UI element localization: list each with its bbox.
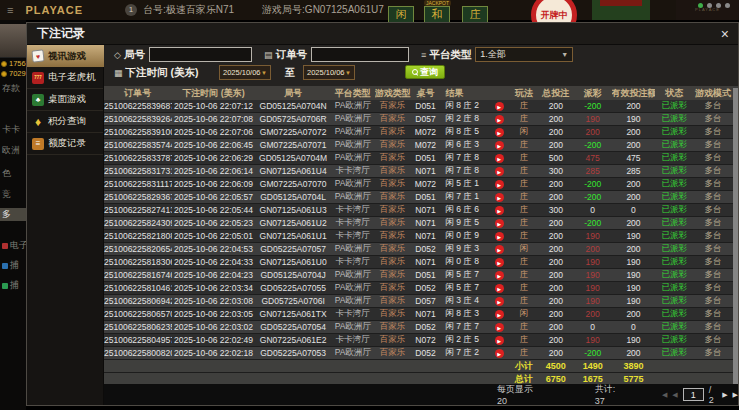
cell-table: D051 (411, 101, 441, 111)
replay-button[interactable]: ▶ (495, 193, 504, 202)
last-page-icon[interactable]: ▶ (733, 391, 738, 399)
cell-status: 已派彩 (655, 282, 693, 294)
cell-mode: 多台 (693, 243, 733, 255)
hamburger-menu-icon[interactable]: ≡ (7, 4, 13, 16)
lobby-menu-item[interactable]: 电子 (2, 239, 26, 252)
replay-button[interactable]: ▶ (495, 271, 504, 280)
cell-play: ▶ (488, 309, 510, 320)
sidebar-item-slots[interactable]: 777 电子老虎机 (27, 67, 103, 89)
table-row: 2510062258183062025-10-06 22:04:33GN0712… (104, 256, 733, 269)
cell-total: 200 (538, 114, 574, 124)
scrollbar-thumb[interactable] (733, 88, 738, 384)
replay-button[interactable]: ▶ (495, 323, 504, 332)
cell-payout: 190 (574, 270, 612, 280)
cell-platform: 卡卡湾厅 (331, 217, 375, 229)
search-button[interactable]: 查询 (405, 65, 445, 79)
table-number-badge: 1 (125, 4, 137, 16)
cell-game: 百家乐 (375, 321, 411, 333)
round-no-label: ◇局号 (114, 48, 145, 62)
cell-status: 已派彩 (655, 126, 693, 138)
table-row: 2510062258243092025-10-06 22:05:23GN0712… (104, 217, 733, 230)
lobby-menu-item[interactable]: 欧洲 (2, 144, 20, 157)
cell-table: D052 (411, 348, 441, 358)
cell-bet: 庄 (510, 165, 538, 177)
coin-icon (1, 71, 7, 77)
chevron-down-icon: ▼ (345, 70, 351, 76)
replay-button[interactable]: ▶ (495, 115, 504, 124)
replay-button[interactable]: ▶ (495, 206, 504, 215)
next-page-icon[interactable]: ▶ (722, 391, 727, 399)
order-no-input[interactable] (311, 47, 409, 62)
lobby-menu-item[interactable]: 捕 (2, 279, 19, 292)
round-no-input[interactable] (149, 47, 252, 62)
replay-button[interactable]: ▶ (495, 154, 504, 163)
lobby-menu-item[interactable]: 卡卡 (2, 123, 20, 136)
round-no-icon: ◇ (114, 50, 121, 60)
lobby-menu-item[interactable]: 色 (2, 167, 11, 180)
replay-button[interactable]: ▶ (495, 102, 504, 111)
cell-payout: 200 (574, 244, 612, 254)
cell-round: GD05125A0704J (255, 270, 331, 280)
cell-platform: PA欧洲厅 (331, 139, 375, 151)
cell-order: 251006225829367 (104, 192, 172, 202)
chevron-down-icon: ▼ (261, 70, 267, 76)
table-row: 2510062258396872025-10-06 22:07:12GD0512… (104, 100, 733, 113)
cell-platform: PA欧洲厅 (331, 269, 375, 281)
date-from-select[interactable]: 2025/10/06▼ (219, 65, 271, 80)
replay-button[interactable]: ▶ (495, 128, 504, 137)
cell-bet: 庄 (510, 100, 538, 112)
deposit-button[interactable]: 存款 (2, 82, 20, 95)
cell-result: 闲 0 庄 8 (440, 256, 488, 268)
replay-button[interactable]: ▶ (495, 297, 504, 306)
cards-icon: ♥ (31, 49, 44, 62)
replay-button[interactable]: ▶ (495, 310, 504, 319)
cell-game: 百家乐 (375, 126, 411, 138)
cell-platform: PA欧洲厅 (331, 126, 375, 138)
replay-button[interactable]: ▶ (495, 349, 504, 358)
cell-mode: 多台 (693, 230, 733, 242)
replay-button[interactable]: ▶ (495, 232, 504, 241)
cell-order: 251006225833787 (104, 153, 172, 163)
cell-play: ▶ (488, 283, 510, 294)
sidebar-item-live-games[interactable]: ♥ 视讯游戏 (27, 45, 110, 67)
lobby-menu-item-active[interactable]: 多 (0, 208, 26, 221)
cell-result: 闲 8 庄 2 (440, 100, 488, 112)
first-page-icon[interactable]: ◀ (662, 391, 667, 399)
platform-type-select[interactable]: 1.全部▼ (475, 47, 573, 62)
lobby-menu-item[interactable]: 捕 (2, 259, 19, 272)
cell-platform: PA欧洲厅 (331, 191, 375, 203)
lobby-menu-item[interactable]: 竞 (2, 188, 11, 201)
cell-time: 2025-10-06 22:07:06 (172, 127, 256, 137)
cell-result: 闲 6 庄 3 (440, 139, 488, 151)
table-scrollbar[interactable] (733, 86, 738, 386)
replay-button[interactable]: ▶ (495, 284, 504, 293)
column-header: 派彩 (574, 87, 612, 100)
replay-button[interactable]: ▶ (495, 167, 504, 176)
date-to-select[interactable]: 2025/10/06▼ (303, 65, 355, 80)
column-header: 订单号 (104, 87, 172, 100)
cell-table: N071 (411, 218, 441, 228)
filter-row-2: ▦下注时间 (美东) 2025/10/06▼ 至 2025/10/06▼ (114, 65, 355, 80)
cell-play: ▶ (488, 270, 510, 281)
replay-button[interactable]: ▶ (495, 336, 504, 345)
cell-valid: 285 (612, 166, 656, 176)
close-icon[interactable]: × (721, 26, 729, 42)
cell-bet: 庄 (510, 282, 538, 294)
replay-button[interactable]: ▶ (495, 180, 504, 189)
replay-button[interactable]: ▶ (495, 245, 504, 254)
prev-page-icon[interactable]: ◀ (672, 391, 677, 399)
per-page-select[interactable]: 每页显示 20 (497, 383, 543, 406)
sidebar-item-points-query[interactable]: ♦ 积分查询 (27, 111, 103, 133)
sidebar-item-table-games[interactable]: ♣ 桌面游戏 (27, 89, 103, 111)
cell-payout: -200 (574, 192, 612, 202)
replay-button[interactable]: ▶ (495, 258, 504, 267)
cell-round: GD05225A07055 (255, 283, 331, 293)
cell-payout: 0 (574, 205, 612, 215)
lobby-left-column: 1756 7029 存款 卡卡 欧洲 色 竞 多 电子 捕 捕 (0, 20, 26, 410)
replay-button[interactable]: ▶ (495, 141, 504, 150)
replay-button[interactable]: ▶ (495, 219, 504, 228)
cell-total: 200 (538, 179, 574, 189)
page-number-input[interactable]: 1 (683, 388, 704, 401)
sidebar-item-credit-records[interactable]: ≡ 额度记录 (27, 133, 103, 155)
table-row: 2510062258293672025-10-06 22:05:57GD0512… (104, 191, 733, 204)
